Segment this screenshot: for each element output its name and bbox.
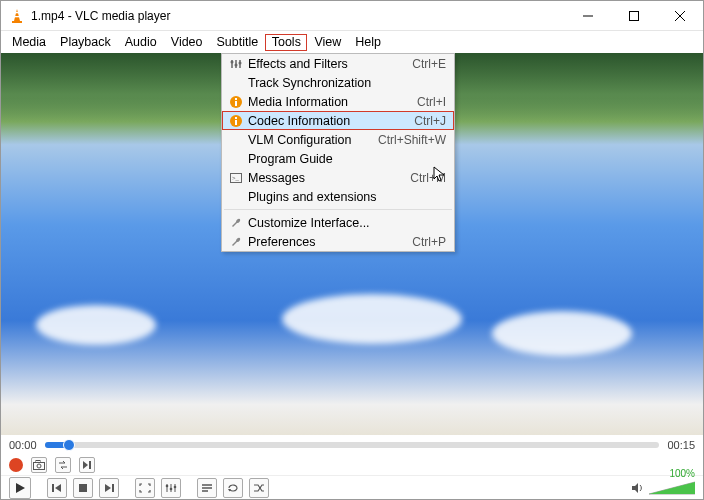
- tools-vlm-configuration[interactable]: VLM Configuration Ctrl+Shift+W: [222, 130, 454, 149]
- svg-rect-23: [36, 461, 40, 463]
- extended-settings-button[interactable]: [161, 478, 181, 498]
- svg-marker-27: [16, 483, 25, 493]
- titlebar: 1.mp4 - VLC media player: [1, 1, 703, 31]
- svg-marker-45: [649, 482, 695, 494]
- svg-point-36: [166, 484, 169, 487]
- window-title: 1.mp4 - VLC media player: [31, 9, 565, 23]
- menu-tools[interactable]: Tools: [265, 34, 307, 51]
- fullscreen-button[interactable]: [135, 478, 155, 498]
- minimize-button[interactable]: [565, 1, 611, 31]
- tools-effects-filters[interactable]: Effects and Filters Ctrl+E: [222, 54, 454, 73]
- svg-point-12: [235, 63, 238, 66]
- video-content-clouds: [1, 282, 703, 397]
- snapshot-button[interactable]: [31, 457, 47, 473]
- svg-rect-3: [12, 21, 22, 23]
- tools-track-sync[interactable]: Track Synchronization: [222, 73, 454, 92]
- menu-view[interactable]: View: [307, 33, 348, 51]
- shuffle-button[interactable]: [249, 478, 269, 498]
- frame-step-button[interactable]: [79, 457, 95, 473]
- info-icon: [226, 114, 246, 128]
- seek-thumb[interactable]: [63, 439, 75, 451]
- wrench-icon: [226, 236, 246, 248]
- svg-point-24: [37, 464, 41, 468]
- menu-item-label: Program Guide: [246, 152, 446, 166]
- loop-button[interactable]: [223, 478, 243, 498]
- stop-icon: [78, 483, 88, 493]
- menu-item-shortcut: Ctrl+Shift+W: [378, 133, 446, 147]
- menu-media[interactable]: Media: [5, 33, 53, 51]
- shuffle-icon: [253, 483, 265, 493]
- loop-icon: [227, 483, 239, 493]
- video-area[interactable]: Effects and Filters Ctrl+E Track Synchro…: [1, 53, 703, 435]
- tools-customize-interface[interactable]: Customize Interface...: [222, 213, 454, 232]
- playlist-button[interactable]: [197, 478, 217, 498]
- play-button[interactable]: [9, 477, 31, 499]
- menu-audio[interactable]: Audio: [118, 33, 164, 51]
- sliders-icon: [165, 483, 177, 493]
- record-button[interactable]: [9, 458, 23, 472]
- menu-item-label: Codec Information: [246, 114, 414, 128]
- loop-ab-button[interactable]: [55, 457, 71, 473]
- time-elapsed[interactable]: 00:00: [9, 439, 37, 451]
- speaker-icon[interactable]: [631, 482, 645, 494]
- svg-rect-26: [89, 461, 91, 469]
- next-button[interactable]: [99, 478, 119, 498]
- svg-marker-31: [105, 484, 111, 492]
- tools-media-information[interactable]: Media Information Ctrl+I: [222, 92, 454, 111]
- close-button[interactable]: [657, 1, 703, 31]
- svg-rect-5: [630, 11, 639, 20]
- svg-rect-28: [52, 484, 54, 492]
- volume-slider[interactable]: [649, 480, 695, 496]
- svg-marker-0: [14, 9, 20, 21]
- menu-playback[interactable]: Playback: [53, 33, 118, 51]
- tools-messages[interactable]: >_ Messages Ctrl+M: [222, 168, 454, 187]
- svg-marker-25: [83, 461, 88, 469]
- menu-item-label: Track Synchronization: [246, 76, 446, 90]
- menu-help[interactable]: Help: [348, 33, 388, 51]
- menu-item-label: Preferences: [246, 235, 412, 249]
- console-icon: >_: [226, 173, 246, 183]
- menu-item-label: Effects and Filters: [246, 57, 412, 71]
- info-icon: [226, 95, 246, 109]
- menu-item-label: Messages: [246, 171, 410, 185]
- menu-item-label: VLM Configuration: [246, 133, 378, 147]
- cursor-icon: [433, 166, 447, 184]
- svg-rect-15: [235, 98, 237, 100]
- svg-text:>_: >_: [232, 175, 240, 181]
- svg-point-11: [231, 60, 234, 63]
- menu-item-shortcut: Ctrl+P: [412, 235, 446, 249]
- wrench-icon: [226, 217, 246, 229]
- svg-rect-19: [235, 120, 237, 125]
- maximize-button[interactable]: [611, 1, 657, 31]
- svg-rect-30: [79, 484, 87, 492]
- menu-item-label: Customize Interface...: [246, 216, 446, 230]
- menu-item-label: Media Information: [246, 95, 417, 109]
- menu-item-label: Plugins and extensions: [246, 190, 446, 204]
- playlist-icon: [201, 483, 213, 493]
- skip-next-icon: [103, 483, 115, 493]
- menu-separator: [224, 209, 452, 210]
- svg-point-13: [239, 61, 242, 64]
- time-total[interactable]: 00:15: [667, 439, 695, 451]
- menu-subtitle[interactable]: Subtitle: [210, 33, 266, 51]
- menu-video[interactable]: Video: [164, 33, 210, 51]
- svg-marker-29: [55, 484, 61, 492]
- frame-step-icon: [82, 460, 92, 470]
- tools-program-guide[interactable]: Program Guide: [222, 149, 454, 168]
- fullscreen-icon: [139, 483, 151, 493]
- svg-rect-2: [14, 16, 20, 17]
- tools-preferences[interactable]: Preferences Ctrl+P: [222, 232, 454, 251]
- tools-codec-information[interactable]: Codec Information Ctrl+J: [222, 111, 454, 130]
- loop-icon: [57, 460, 69, 470]
- play-icon: [14, 482, 26, 494]
- stop-button[interactable]: [73, 478, 93, 498]
- window-controls: [565, 1, 703, 31]
- skip-previous-icon: [51, 483, 63, 493]
- previous-button[interactable]: [47, 478, 67, 498]
- seek-slider[interactable]: [45, 442, 660, 448]
- tools-dropdown: Effects and Filters Ctrl+E Track Synchro…: [221, 53, 455, 252]
- vlc-cone-icon: [9, 8, 25, 24]
- tools-plugins-extensions[interactable]: Plugins and extensions: [222, 187, 454, 206]
- seekbar-row: 00:00 00:15: [1, 435, 703, 455]
- menu-item-shortcut: Ctrl+J: [414, 114, 446, 128]
